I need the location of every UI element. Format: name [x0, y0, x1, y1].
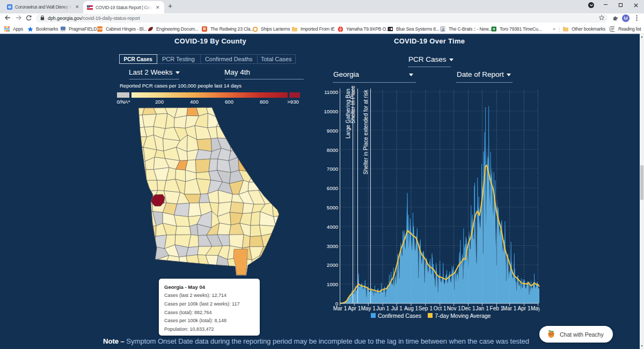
svg-text:Apr 1: Apr 1	[518, 306, 531, 311]
svg-text:May 1: May 1	[531, 306, 546, 311]
svg-text:Dec 1: Dec 1	[461, 306, 475, 311]
svg-text:9000: 9000	[327, 128, 338, 134]
svg-text:1000: 1000	[327, 281, 338, 287]
svg-text:Jul 1: Jul 1	[391, 306, 403, 311]
svg-text:3000: 3000	[327, 243, 338, 249]
svg-text:May 1: May 1	[361, 306, 376, 311]
svg-text:5000: 5000	[327, 205, 338, 210]
svg-text:10000: 10000	[324, 108, 338, 114]
svg-text:Mar 1: Mar 1	[503, 306, 517, 311]
svg-text:11000: 11000	[324, 89, 338, 95]
svg-text:Jan 1: Jan 1	[475, 306, 489, 311]
svg-text:Shelter in Place extended for: Shelter in Place extended for at risk	[363, 89, 369, 174]
svg-text:6000: 6000	[327, 185, 338, 191]
svg-text:Mar 1: Mar 1	[333, 306, 347, 311]
svg-text:Oct 1: Oct 1	[434, 306, 447, 311]
svg-text:Nov 1: Nov 1	[447, 306, 462, 311]
svg-text:Feb 1: Feb 1	[490, 306, 504, 311]
svg-text:2000: 2000	[327, 262, 338, 268]
svg-text:Apr 1: Apr 1	[348, 306, 361, 311]
svg-text:Jun 1: Jun 1	[376, 306, 390, 311]
svg-text:8000: 8000	[327, 147, 338, 153]
svg-text:4000: 4000	[327, 224, 338, 230]
svg-text:Sep 1: Sep 1	[419, 306, 433, 311]
svg-text:Aug 1: Aug 1	[404, 306, 419, 311]
svg-text:7000: 7000	[327, 166, 338, 172]
